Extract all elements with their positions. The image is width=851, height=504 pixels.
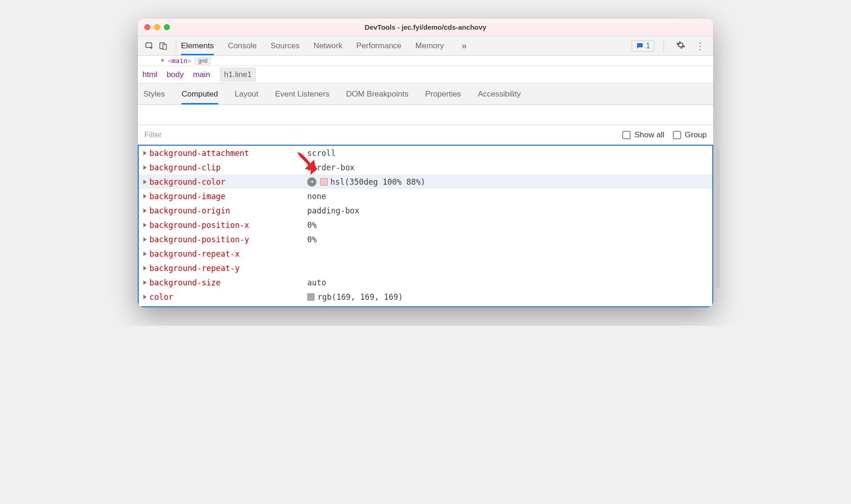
tab-sources[interactable]: Sources xyxy=(271,37,299,55)
computed-property-row[interactable]: background-repeat-x xyxy=(139,246,712,261)
property-name: background-repeat-x xyxy=(149,249,307,258)
property-name: background-attachment xyxy=(149,149,307,158)
traffic-lights xyxy=(144,24,170,30)
checkbox-icon xyxy=(673,131,681,139)
property-value-text: hsl(350deg 100% 88%) xyxy=(330,177,426,187)
property-value: none xyxy=(307,192,326,201)
main-tabs: Elements Console Sources Network Perform… xyxy=(181,37,632,55)
group-label: Group xyxy=(685,130,707,140)
expand-triangle-icon[interactable] xyxy=(143,208,147,213)
property-name: background-position-y xyxy=(149,235,307,244)
property-value: rgb(169, 169, 169) xyxy=(307,292,403,302)
close-window-button[interactable] xyxy=(144,24,150,30)
computed-property-row[interactable]: background-attachmentscroll xyxy=(139,146,712,160)
subtab-computed[interactable]: Computed xyxy=(181,84,218,104)
show-all-label: Show all xyxy=(634,130,664,140)
computed-property-row[interactable]: background-sizeauto xyxy=(139,275,712,290)
scrollbar-thumb[interactable] xyxy=(715,149,720,288)
more-tabs-button[interactable]: » xyxy=(458,40,471,51)
color-swatch-icon[interactable] xyxy=(307,293,315,301)
breadcrumb-main[interactable]: main xyxy=(193,70,210,79)
devtools-window: DevTools - jec.fyi/demo/cds-anchovy Elem… xyxy=(138,19,713,307)
computed-property-row[interactable]: colorrgb(169, 169, 169) xyxy=(139,290,712,304)
dom-tree-row[interactable]: ▼ <main> grid xyxy=(138,56,713,66)
svg-rect-0 xyxy=(146,43,152,47)
tab-performance[interactable]: Performance xyxy=(356,37,401,55)
property-value-text: border-box xyxy=(307,163,355,172)
issues-badge[interactable]: 1 xyxy=(632,40,654,52)
expand-triangle-icon[interactable] xyxy=(143,151,147,155)
expand-triangle-icon[interactable] xyxy=(143,194,147,199)
main-menu-icon[interactable]: ⋮ xyxy=(693,40,708,52)
breadcrumb-body[interactable]: body xyxy=(167,70,184,79)
property-name: background-size xyxy=(149,278,307,287)
sidebar-tabs: Styles Computed Layout Event Listeners D… xyxy=(138,84,713,105)
breadcrumb-html[interactable]: html xyxy=(142,70,157,79)
breadcrumb-selected[interactable]: h1.line1 xyxy=(219,67,257,82)
property-value-text: rgb(169, 169, 169) xyxy=(317,292,403,302)
expand-triangle-icon[interactable] xyxy=(143,266,147,271)
computed-property-row[interactable]: background-position-x0% xyxy=(139,218,712,232)
expand-triangle-icon[interactable] xyxy=(143,165,147,170)
computed-property-row[interactable]: background-imagenone xyxy=(139,189,712,203)
subtab-layout[interactable]: Layout xyxy=(235,84,258,104)
grid-badge[interactable]: grid xyxy=(195,57,211,65)
issue-count: 1 xyxy=(646,42,650,50)
expand-triangle-icon[interactable] xyxy=(143,237,147,242)
goto-source-icon[interactable]: ➜ xyxy=(307,177,316,187)
property-name: color xyxy=(149,292,307,302)
inspect-icon[interactable] xyxy=(143,40,155,52)
toolbar-right: 1 ⋮ xyxy=(632,40,708,52)
tab-elements[interactable]: Elements xyxy=(181,37,214,55)
expand-triangle-icon[interactable] xyxy=(143,252,147,256)
computed-property-row[interactable]: background-position-y0% xyxy=(139,232,712,246)
group-checkbox[interactable]: Group xyxy=(673,130,707,140)
property-value-text: scroll xyxy=(307,149,335,158)
toolbar-separator xyxy=(664,40,664,52)
subtab-dom-breakpoints[interactable]: DOM Breakpoints xyxy=(346,84,408,104)
property-name: background-position-x xyxy=(149,220,307,230)
property-value: auto xyxy=(307,278,326,287)
subtab-properties[interactable]: Properties xyxy=(425,84,461,104)
property-value: scroll xyxy=(307,149,335,158)
subtab-accessibility[interactable]: Accessibility xyxy=(478,84,521,104)
filter-input[interactable] xyxy=(144,130,614,140)
computed-property-row[interactable]: background-clipborder-box xyxy=(139,160,712,174)
main-toolbar: Elements Console Sources Network Perform… xyxy=(138,36,713,56)
computed-property-row[interactable]: background-color➜hsl(350deg 100% 88%) xyxy=(139,174,712,189)
tab-memory[interactable]: Memory xyxy=(415,37,444,55)
tab-console[interactable]: Console xyxy=(228,37,257,55)
property-name: background-origin xyxy=(149,206,307,215)
property-value-text: 0% xyxy=(307,220,316,230)
window-title: DevTools - jec.fyi/demo/cds-anchovy xyxy=(138,23,713,31)
computed-property-row[interactable]: background-originpadding-box xyxy=(139,203,712,218)
property-value: border-box xyxy=(307,163,355,172)
maximize-window-button[interactable] xyxy=(164,24,170,30)
expand-triangle-icon[interactable] xyxy=(143,223,147,227)
subtab-event-listeners[interactable]: Event Listeners xyxy=(275,84,329,104)
minimize-window-button[interactable] xyxy=(154,24,160,30)
property-name: background-image xyxy=(149,192,307,201)
expand-triangle-icon[interactable] xyxy=(143,295,147,299)
computed-property-row[interactable]: background-repeat-y xyxy=(139,261,712,275)
property-name: background-repeat-y xyxy=(149,264,307,273)
expand-triangle-icon[interactable] xyxy=(143,180,147,184)
device-toggle-icon[interactable] xyxy=(157,40,169,52)
subtab-styles[interactable]: Styles xyxy=(143,84,165,104)
property-value-text: 0% xyxy=(307,235,316,244)
show-all-checkbox[interactable]: Show all xyxy=(622,130,664,140)
checkbox-icon xyxy=(622,131,631,139)
property-name: background-clip xyxy=(149,163,307,172)
expand-caret-icon[interactable]: ▼ xyxy=(161,58,164,64)
property-value-text: none xyxy=(307,192,326,201)
property-value: padding-box xyxy=(307,206,360,215)
expand-triangle-icon[interactable] xyxy=(143,280,147,285)
spacer xyxy=(138,105,713,125)
color-swatch-icon[interactable] xyxy=(320,178,328,186)
settings-icon[interactable] xyxy=(673,40,688,52)
property-value-text: padding-box xyxy=(307,206,360,215)
tab-network[interactable]: Network xyxy=(314,37,342,55)
property-value-text: auto xyxy=(307,278,326,287)
property-value: 0% xyxy=(307,235,316,244)
computed-properties-panel: background-attachmentscrollbackground-cl… xyxy=(138,145,713,307)
